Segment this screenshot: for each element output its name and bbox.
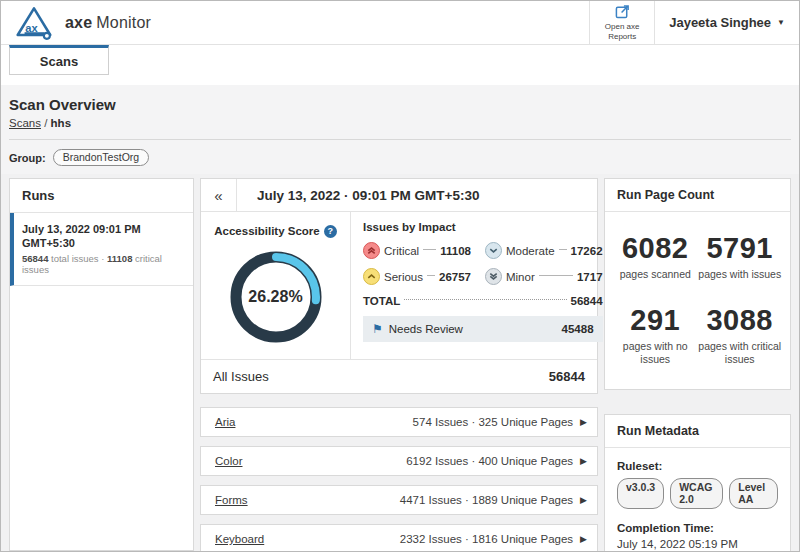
run-item-summary: 56844 total issues · 11108 critical issu… (22, 253, 185, 275)
open-axe-reports-button[interactable]: Open axe Reports (589, 1, 655, 44)
impact-item-serious: Serious 26757 (363, 268, 471, 285)
run-item-date: July 13, 2022 09:01 PM GMT+5:30 (22, 222, 185, 251)
issues-by-impact-title: Issues by Impact (363, 221, 603, 233)
right-sidebar: Run Page Count 6082 pages scanned 5791 p… (604, 178, 791, 551)
tab-scans-label: Scans (40, 54, 78, 69)
all-issues-row: All Issues 56844 (201, 360, 597, 393)
ruleset-pills: v3.0.3 WCAG 2.0 Level AA (617, 478, 778, 509)
chevron-right-icon: ▶ (580, 417, 587, 427)
score-donut-chart: 26.28% (224, 245, 328, 349)
category-row-aria[interactable]: Aria 574 Issues · 325 Unique Pages ▶ (200, 407, 598, 437)
main-content: Runs July 13, 2022 09:01 PM GMT+5:30 568… (1, 174, 799, 551)
impact-item-moderate: Moderate 17262 (485, 242, 603, 259)
axe-logo: ax (1, 1, 65, 44)
minor-icon (485, 268, 502, 285)
open-reports-label-line1: Open axe (605, 22, 640, 32)
category-row-keyboard[interactable]: Keyboard 2332 Issues · 1816 Unique Pages… (200, 524, 598, 551)
category-row-color[interactable]: Color 6192 Issues · 400 Unique Pages ▶ (200, 446, 598, 476)
app-window: ax axe Monitor Open axe Reports Jayeeta … (0, 0, 800, 552)
user-name: Jayeeta Singhee (669, 15, 771, 30)
user-menu-button[interactable]: Jayeeta Singhee ▼ (655, 1, 799, 44)
run-metadata-title: Run Metadata (605, 415, 790, 448)
flag-icon: ⚑ (372, 322, 383, 336)
breadcrumb-separator: / (44, 117, 47, 129)
ruleset-level-badge: Level AA (729, 478, 778, 509)
needs-review-value: 45488 (562, 323, 594, 335)
help-icon[interactable]: ? (324, 225, 337, 238)
category-link-forms[interactable]: Forms (215, 494, 248, 506)
stat-pages-with-issues: 5791 pages with issues (698, 232, 783, 282)
impact-total-row: TOTAL 56844 (363, 295, 603, 307)
group-badge[interactable]: BrandonTestOrg (53, 149, 149, 166)
ruleset-wcag-badge: WCAG 2.0 (670, 478, 723, 509)
group-label: Group: (9, 152, 46, 164)
chevron-right-icon: ▶ (580, 534, 587, 544)
app-title: axe Monitor (65, 1, 151, 44)
impact-item-critical: Critical 11108 (363, 242, 471, 259)
collapse-runs-button[interactable]: « (201, 179, 237, 211)
accessibility-score-section: Accessibility Score ? 26.28% (201, 212, 351, 359)
all-issues-label: All Issues (213, 369, 269, 384)
chevron-right-icon: ▶ (580, 456, 587, 466)
chevron-right-icon: ▶ (580, 495, 587, 505)
breadcrumb-current: hhs (51, 117, 71, 129)
completion-time-value: July 14, 2022 05:19 PM GMT+5:30 (617, 537, 778, 551)
axe-logo-icon: ax (13, 5, 55, 41)
category-row-forms[interactable]: Forms 4471 Issues · 1889 Unique Pages ▶ (200, 485, 598, 515)
category-link-keyboard[interactable]: Keyboard (215, 533, 264, 545)
tab-bar: Scans (1, 45, 799, 85)
breadcrumb-scans-link[interactable]: Scans (9, 117, 41, 129)
issues-by-impact-section: Issues by Impact Critical 11108 (351, 212, 615, 359)
needs-review-row: ⚑ Needs Review 45488 (363, 316, 603, 342)
ruleset-version-badge: v3.0.3 (617, 478, 664, 509)
moderate-icon (485, 242, 502, 259)
all-issues-value: 56844 (549, 369, 585, 384)
run-list-item[interactable]: July 13, 2022 09:01 PM GMT+5:30 56844 to… (10, 213, 193, 286)
group-row: Group: BrandonTestOrg (1, 140, 799, 174)
needs-review-label: Needs Review (389, 323, 463, 335)
ruleset-label: Ruleset: (617, 460, 778, 472)
accessibility-score-title: Accessibility Score (214, 225, 319, 237)
breadcrumb: Scans / hhs (9, 117, 791, 129)
page-title: Scan Overview (9, 96, 791, 113)
runs-panel: Runs July 13, 2022 09:01 PM GMT+5:30 568… (9, 178, 194, 551)
app-header: ax axe Monitor Open axe Reports Jayeeta … (1, 1, 799, 45)
completion-time-label: Completion Time: (617, 522, 778, 534)
chevron-down-icon: ▼ (777, 18, 785, 27)
stat-pages-no-issues: 291 pages with no issues (613, 304, 698, 367)
external-link-icon (615, 4, 630, 22)
run-date-title: July 13, 2022 · 09:01 PM GMT+5:30 (237, 179, 597, 211)
runs-panel-title: Runs (10, 179, 193, 213)
run-page-count-title: Run Page Count (605, 179, 790, 212)
score-value: 26.28% (224, 245, 328, 349)
serious-icon (363, 268, 380, 285)
category-link-aria[interactable]: Aria (215, 416, 235, 428)
app-title-rest: Monitor (96, 14, 151, 32)
run-metadata-card: Run Metadata Ruleset: v3.0.3 WCAG 2.0 Le… (604, 414, 791, 551)
critical-icon (363, 242, 380, 259)
scan-overview-section: Scan Overview Scans / hhs Group: Brandon… (1, 85, 799, 174)
stat-pages-scanned: 6082 pages scanned (613, 232, 698, 282)
svg-text:ax: ax (25, 21, 38, 33)
category-link-color[interactable]: Color (215, 455, 242, 467)
tab-scans[interactable]: Scans (9, 45, 109, 75)
stat-pages-critical-issues: 3088 pages with critical issues (698, 304, 783, 367)
run-detail-panel: « July 13, 2022 · 09:01 PM GMT+5:30 Acce… (200, 178, 598, 551)
issue-category-list: Aria 574 Issues · 325 Unique Pages ▶ Col… (200, 407, 598, 551)
run-detail-header: « July 13, 2022 · 09:01 PM GMT+5:30 (201, 179, 597, 212)
run-page-count-card: Run Page Count 6082 pages scanned 5791 p… (604, 178, 791, 390)
app-title-bold: axe (65, 14, 92, 32)
impact-item-minor: Minor 1717 (485, 268, 603, 285)
open-reports-label-line2: Reports (608, 32, 636, 42)
